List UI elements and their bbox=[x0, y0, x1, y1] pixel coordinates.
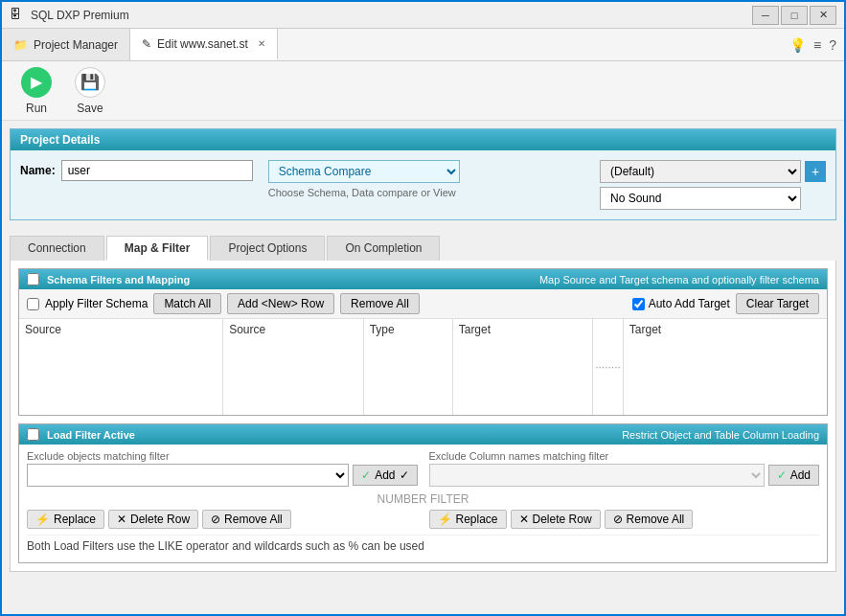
close-button[interactable]: ✕ bbox=[810, 6, 836, 25]
exclude-columns-group: Exclude Column names matching filter ✓ A… bbox=[429, 450, 820, 487]
replace-left-label: Replace bbox=[54, 513, 96, 526]
delete-right-icon: ✕ bbox=[519, 513, 529, 526]
lightbulb-icon[interactable]: 💡 bbox=[789, 37, 806, 53]
plus-button[interactable]: + bbox=[805, 161, 826, 182]
project-details-body: Name: Schema Compare Data Compare View C… bbox=[11, 150, 835, 219]
add-columns-check-icon: ✓ bbox=[777, 468, 787, 482]
help-icon[interactable]: ? bbox=[829, 37, 836, 53]
menu-icon[interactable]: ≡ bbox=[813, 37, 821, 53]
target-col-header: Target bbox=[629, 323, 821, 336]
exclude-objects-select[interactable] bbox=[27, 464, 349, 487]
type-col-header: Type bbox=[370, 323, 446, 336]
default-row: (Default) + bbox=[600, 160, 826, 183]
schema-dropdown-row: Schema Compare Data Compare View bbox=[268, 160, 584, 183]
auto-add-target-label: Auto Add Target bbox=[649, 297, 730, 310]
filter-note: Both Load Filters use the LIKE operator … bbox=[27, 535, 819, 557]
remove-all-right-button[interactable]: ⊘ Remove All bbox=[605, 510, 694, 529]
target-sub-col: Target bbox=[453, 319, 593, 415]
type-col: Type bbox=[364, 319, 453, 415]
target-sub-header: Target bbox=[459, 323, 586, 336]
replace-right-icon: ⚡ bbox=[438, 513, 452, 526]
source-col-header: Source bbox=[25, 323, 217, 336]
app-icon: 🗄 bbox=[10, 8, 25, 23]
add-new-row-button[interactable]: Add <New> Row bbox=[227, 293, 334, 314]
source-sub-header: Source bbox=[229, 323, 356, 336]
run-button[interactable]: ▶ Run bbox=[17, 67, 56, 115]
load-filter-checkbox[interactable] bbox=[27, 428, 39, 441]
tab-map-filter-label: Map & Filter bbox=[125, 241, 191, 255]
window-controls: ─ □ ✕ bbox=[752, 6, 836, 25]
add-objects-label: Add bbox=[375, 468, 395, 482]
clear-target-button[interactable]: Clear Target bbox=[736, 293, 819, 314]
source-sub-col: Source bbox=[223, 319, 363, 415]
save-button[interactable]: 💾 Save bbox=[71, 67, 109, 115]
name-row: Name: bbox=[20, 160, 253, 181]
name-input[interactable] bbox=[61, 160, 253, 181]
tab-map-filter[interactable]: Map & Filter bbox=[106, 236, 209, 261]
add-columns-button[interactable]: ✓ Add bbox=[768, 465, 819, 486]
schema-hint: Choose Schema, Data compare or View bbox=[268, 187, 584, 198]
tab-on-completion-label: On Completion bbox=[345, 241, 422, 255]
delete-row-right-label: Delete Row bbox=[533, 513, 592, 526]
schema-filters-box: Schema Filters and Mapping Map Source an… bbox=[18, 268, 828, 416]
schema-filters-toolbar: Apply Filter Schema Match All Add <New> … bbox=[19, 289, 827, 319]
replace-right-button[interactable]: ⚡ Replace bbox=[429, 510, 507, 529]
filter-actions-row: ⚡ Replace ✕ Delete Row ⊘ Remove All bbox=[27, 510, 819, 529]
load-filter-header: Load Filter Active Restrict Object and T… bbox=[19, 424, 827, 445]
right-action-group: ⚡ Replace ✕ Delete Row ⊘ Remove All bbox=[429, 510, 820, 529]
add-objects-button[interactable]: ✓ Add ✓ bbox=[353, 465, 417, 486]
right-section: (Default) + No Sound bbox=[600, 160, 826, 210]
default-select[interactable]: (Default) bbox=[600, 160, 801, 183]
run-label: Run bbox=[26, 102, 47, 115]
delete-row-left-button[interactable]: ✕ Delete Row bbox=[108, 510, 198, 529]
schema-select[interactable]: Schema Compare Data Compare View bbox=[268, 160, 460, 183]
auto-add-target-checkbox[interactable] bbox=[632, 298, 645, 310]
schema-filters-title: Schema Filters and Mapping bbox=[47, 274, 190, 285]
maximize-button[interactable]: □ bbox=[781, 6, 808, 25]
remove-all-button[interactable]: Remove All bbox=[340, 293, 420, 314]
exclude-objects-row: ✓ Add ✓ bbox=[27, 464, 418, 487]
exclude-columns-label: Exclude Column names matching filter bbox=[429, 450, 820, 462]
remove-all-left-label: Remove All bbox=[224, 513, 283, 526]
load-filter-subtitle: Restrict Object and Table Column Loading bbox=[622, 429, 819, 441]
run-icon: ▶ bbox=[21, 67, 52, 98]
tab-project-options[interactable]: Project Options bbox=[210, 236, 325, 261]
save-label: Save bbox=[77, 102, 103, 115]
schema-filters-subtitle: Map Source and Target schema and optiona… bbox=[539, 274, 819, 285]
source-col: Source bbox=[19, 319, 223, 415]
target-col: Target bbox=[624, 319, 827, 415]
apply-filter-checkbox[interactable] bbox=[27, 298, 39, 310]
tab-project-manager-label: Project Manager bbox=[34, 38, 118, 52]
filter-note-text: Both Load Filters use the LIKE operator … bbox=[27, 539, 424, 553]
remove-all-left-button[interactable]: ⊘ Remove All bbox=[202, 510, 291, 529]
save-icon: 💾 bbox=[75, 67, 105, 98]
remove-all-right-icon: ⊘ bbox=[613, 513, 623, 526]
tab-on-completion[interactable]: On Completion bbox=[327, 236, 440, 261]
tab-connection[interactable]: Connection bbox=[10, 236, 104, 261]
apply-filter-label: Apply Filter Schema bbox=[45, 297, 148, 310]
tab-project-manager[interactable]: 📁 Project Manager bbox=[2, 29, 130, 60]
add-check-icon: ✓ bbox=[361, 468, 371, 482]
exclude-columns-select[interactable] bbox=[429, 464, 765, 487]
filter-inputs-row: Exclude objects matching filter ✓ Add ✓ … bbox=[27, 450, 819, 487]
schema-filters-header: Schema Filters and Mapping Map Source an… bbox=[19, 269, 827, 289]
remove-all-left-icon: ⊘ bbox=[211, 513, 220, 526]
title-bar: 🗄 SQL DXP Premium ─ □ ✕ bbox=[2, 2, 844, 29]
tab-edit-close[interactable]: ✕ bbox=[258, 38, 265, 49]
nosound-select[interactable]: No Sound bbox=[600, 187, 801, 210]
tab-edit[interactable]: ✎ Edit www.sanet.st ✕ bbox=[130, 29, 278, 60]
drag-handle[interactable]: ········ bbox=[593, 319, 624, 415]
replace-left-button[interactable]: ⚡ Replace bbox=[27, 510, 104, 529]
app-title: SQL DXP Premium bbox=[31, 9, 752, 22]
delete-row-right-button[interactable]: ✕ Delete Row bbox=[511, 510, 601, 529]
tab-edit-label: Edit www.sanet.st bbox=[157, 37, 248, 51]
menu-bar: 📁 Project Manager ✎ Edit www.sanet.st ✕ … bbox=[2, 29, 844, 61]
minimize-button[interactable]: ─ bbox=[752, 6, 779, 25]
number-filter-label: NUMBER FILTER bbox=[27, 492, 819, 506]
name-label: Name: bbox=[20, 164, 56, 177]
schema-filters-checkbox[interactable] bbox=[27, 273, 39, 285]
match-all-button[interactable]: Match All bbox=[153, 293, 221, 314]
add-columns-label: Add bbox=[790, 468, 811, 482]
main-content: Schema Filters and Mapping Map Source an… bbox=[10, 261, 836, 572]
tab-bar: Connection Map & Filter Project Options … bbox=[2, 228, 844, 261]
